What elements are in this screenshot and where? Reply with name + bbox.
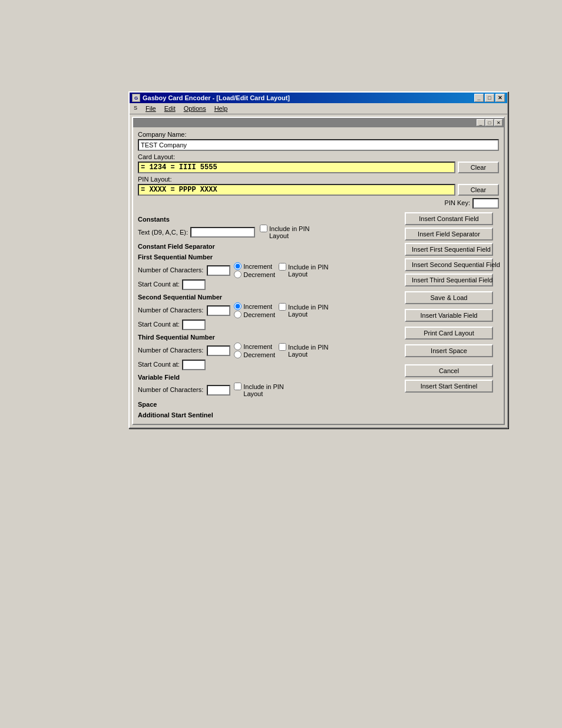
titlebar-title: Gasboy Card Encoder - [Load/Edit Card La… [143,94,474,101]
first-sequential-section: First Sequential Number Number of Charac… [138,253,400,290]
main-layout: Constants Text (D9, A,C, E): Include in … [138,212,499,420]
third-seq-start-label: Start Count at: [138,361,180,368]
insert-field-separator-button[interactable]: Insert Field Separator [405,228,493,241]
third-seq-include-pin-label: Include in PIN [279,343,328,351]
menubar: S File Edit Options Help [130,103,507,114]
first-seq-include-pin-label: Include in PIN [279,263,328,271]
insert-variable-field-button[interactable]: Insert Variable Field [405,309,493,322]
titlebar: G Gasboy Card Encoder - [Load/Edit Card … [130,93,507,103]
constants-field-label: Text (D9, A,C, E): [138,229,188,236]
second-sequential-section: Second Sequential Number Number of Chara… [138,294,400,330]
second-seq-increment-radio[interactable] [234,302,242,310]
menu-file[interactable]: File [144,104,158,113]
constants-text-input[interactable] [190,227,255,238]
first-seq-decrement-radio[interactable] [234,271,242,278]
card-layout-clear-button[interactable]: Clear [458,162,499,173]
close-button[interactable]: ✕ [495,94,505,102]
main-window: G Gasboy Card Encoder - [Load/Edit Card … [128,91,508,429]
third-seq-increment-radio[interactable] [234,342,242,350]
first-seq-start-input[interactable] [182,279,206,290]
first-seq-start-row: Start Count at: [138,279,400,290]
menu-help[interactable]: Help [213,104,230,113]
save-load-button[interactable]: Save & Load [405,291,493,304]
inner-minimize-button[interactable]: _ [477,119,485,126]
form-body: Company Name: Card Layout: = 1234 = IIII… [133,127,504,424]
main-right: Insert Constant Field Insert Field Separ… [405,212,499,420]
first-seq-increment-radio[interactable] [234,262,242,270]
second-seq-start-input[interactable] [182,319,206,330]
pin-key-input[interactable] [472,198,499,209]
constant-field-separator-label: Constant Field Separator [138,243,400,250]
second-seq-decrement-radio[interactable] [234,311,242,318]
constants-section-label: Constants [138,216,400,223]
variable-include-pin-checkbox[interactable] [234,383,242,390]
card-layout-row: = 1234 = IIII 5555 Clear [138,162,499,173]
variable-num-chars-label: Number of Characters: [138,386,203,393]
second-seq-num-chars-input[interactable] [207,305,230,316]
variable-field-label: Variable Field [138,374,400,381]
variable-field-section: Variable Field Number of Characters: Inc… [138,374,400,397]
inner-close-button[interactable]: ✕ [494,119,503,126]
inner-maximize-button[interactable]: □ [485,119,494,126]
space-label: Space [138,401,400,408]
third-seq-decrement-label: Decrement [234,351,275,358]
inner-window: _ □ ✕ Company Name: Card Layout: = 1234 … [132,117,505,425]
first-seq-num-chars-input[interactable] [207,265,230,276]
third-seq-decrement-radio[interactable] [234,351,242,358]
third-seq-increment-label: Increment [234,342,275,350]
constants-row: Text (D9, A,C, E): Include in PIN Layout [138,225,400,239]
first-seq-increment-label: Increment [234,262,275,270]
second-seq-decrement-label: Decrement [234,311,275,318]
additional-start-sentinel-label: Additional Start Sentinel [138,411,400,419]
second-seq-increment-label: Increment [234,302,275,310]
third-seq-start-input[interactable] [182,360,206,370]
constants-include-pin-checkbox-label: Include in PIN [260,225,309,232]
third-seq-include-pin-checkbox[interactable] [279,343,286,351]
third-sequential-label: Third Sequential Number [138,334,400,341]
third-sequential-inner: Number of Characters: Increment Decremen… [138,342,400,358]
first-seq-num-chars-label: Number of Characters: [138,266,203,274]
insert-constant-field-button[interactable]: Insert Constant Field [405,212,493,225]
first-sequential-inner: Number of Characters: Increment Decremen… [138,262,400,278]
second-seq-radio-group: Increment Decrement [234,302,275,318]
variable-num-chars-input[interactable] [207,385,230,396]
third-sequential-section: Third Sequential Number Number of Charac… [138,334,400,370]
constants-include-pin-checkbox[interactable] [260,225,267,232]
menu-options[interactable]: Options [182,104,208,113]
insert-third-sequential-button[interactable]: Insert Third Sequential Field [405,274,493,286]
card-layout-display: = 1234 = IIII 5555 [138,162,455,173]
menu-edit[interactable]: Edit [163,104,177,113]
third-seq-radio-group: Increment Decrement [234,342,275,358]
insert-start-sentinel-button[interactable]: Insert Start Sentinel [405,380,493,393]
print-card-layout-button[interactable]: Print Card Layout [405,327,493,340]
card-layout-label: Card Layout: [138,153,499,160]
maximize-button[interactable]: □ [485,94,494,102]
third-seq-num-chars-input[interactable] [207,345,230,356]
insert-first-sequential-button[interactable]: Insert First Sequential Field [405,243,493,256]
titlebar-icon: G [132,94,140,102]
insert-space-button[interactable]: Insert Space [405,344,493,357]
pin-key-label: PIN Key: [445,199,470,206]
first-seq-decrement-label: Decrement [234,271,275,278]
first-sequential-label: First Sequential Number [138,253,400,261]
first-seq-include-pin-checkbox[interactable] [279,263,286,271]
company-name-input[interactable] [138,139,499,151]
titlebar-buttons: _ □ ✕ [474,94,505,102]
second-sequential-label: Second Sequential Number [138,294,400,301]
insert-second-sequential-button[interactable]: Insert Second Sequential Field [405,258,493,271]
pin-key-row: PIN Key: [138,198,499,209]
second-seq-start-row: Start Count at: [138,319,400,330]
third-seq-num-chars-label: Number of Characters: [138,347,203,354]
pin-layout-clear-button[interactable]: Clear [458,184,499,196]
menu-system[interactable]: S [132,104,139,113]
minimize-button[interactable]: _ [474,94,484,102]
cancel-button[interactable]: Cancel [405,364,493,377]
first-seq-start-label: Start Count at: [138,281,180,288]
third-seq-start-row: Start Count at: [138,360,400,370]
second-seq-start-label: Start Count at: [138,321,180,328]
second-seq-include-pin-label: Include in PIN [279,303,328,311]
first-seq-radio-group: Increment Decrement [234,262,275,278]
pin-layout-row: = XXXX = PPPP XXXX Clear [138,184,499,196]
second-seq-include-pin-checkbox[interactable] [279,303,286,311]
variable-include-pin-label: Include in PIN [234,383,283,390]
